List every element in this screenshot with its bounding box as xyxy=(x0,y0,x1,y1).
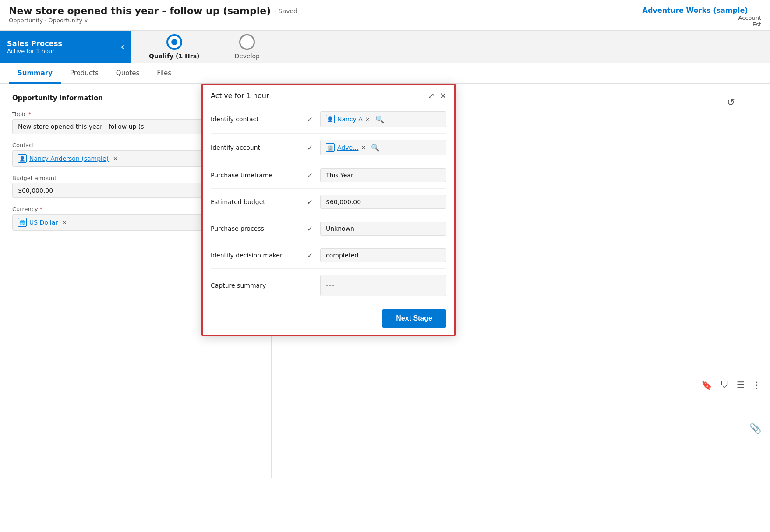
tab-quotes[interactable]: Quotes xyxy=(107,63,148,84)
flyout-row-estimated-budget: Estimated budget $60,000.00 xyxy=(211,189,446,215)
identify-account-link[interactable]: Adve... xyxy=(337,144,358,151)
main-content: Opportunity information Topic * New stor… xyxy=(0,84,770,478)
breadcrumb-chevron-down-icon: ∨ xyxy=(84,18,88,24)
flyout-footer: Next Stage xyxy=(203,302,454,335)
flyout-row-purchase-timeframe: Purchase timeframe This Year xyxy=(211,162,446,189)
flyout-value-identify-contact: 👤 Nancy A ✕ 🔍 xyxy=(320,111,446,127)
saved-label: - Saved xyxy=(274,7,297,14)
next-stage-button[interactable]: Next Stage xyxy=(382,309,446,328)
identify-contact-link[interactable]: Nancy A xyxy=(337,116,363,123)
currency-record-icon: 🌐 xyxy=(18,218,27,227)
flyout-label-identify-decision-maker: Identify decision maker xyxy=(211,252,307,259)
breadcrumb-opportunity1[interactable]: Opportunity xyxy=(9,17,43,24)
list-icon[interactable]: ☰ xyxy=(737,380,745,390)
process-stage-develop[interactable]: Develop xyxy=(234,34,260,60)
account-label: Account xyxy=(643,14,761,21)
account-est: Est xyxy=(643,21,761,28)
purchase-timeframe-value: This Year xyxy=(326,172,353,179)
process-stage-qualify[interactable]: Qualify (1 Hrs) xyxy=(149,34,199,60)
capture-summary-empty: --- xyxy=(326,282,335,289)
topic-required-indicator: * xyxy=(28,111,32,117)
tab-summary-label: Summary xyxy=(18,69,53,77)
contact-record-icon: 👤 xyxy=(18,154,27,163)
attach-icon[interactable]: 📎 xyxy=(749,423,761,434)
flyout-row-identify-account: Identify account 🏢 Adve... ✕ 🔍 xyxy=(211,134,446,162)
stage-qualify-circle xyxy=(166,34,182,50)
header-left: New store opened this year - follow up (… xyxy=(9,5,297,24)
stage-develop-circle xyxy=(239,34,255,50)
identify-contact-search-icon[interactable]: 🔍 xyxy=(375,115,384,123)
flyout-header: Active for 1 hour ⤢ ✕ xyxy=(203,85,454,105)
identify-account-record-icon: 🏢 xyxy=(326,143,335,152)
bookmark-icon[interactable]: 🔖 xyxy=(701,380,712,390)
flyout-action-buttons: ⤢ ✕ xyxy=(428,91,446,100)
attach-section: 📎 xyxy=(749,423,761,434)
tab-files[interactable]: Files xyxy=(148,63,180,84)
identify-account-search-icon[interactable]: 🔍 xyxy=(371,144,380,152)
identify-contact-value-box: 👤 Nancy A ✕ 🔍 xyxy=(320,111,446,127)
identify-decision-maker-value: completed xyxy=(326,252,358,259)
breadcrumb: Opportunity · Opportunity ∨ xyxy=(9,17,297,24)
purchase-process-value: Unknown xyxy=(326,225,354,232)
flyout-label-purchase-process: Purchase process xyxy=(211,225,307,232)
process-active-subtitle: Active for 1 hour xyxy=(7,48,62,54)
stage-qualify-inner xyxy=(171,39,177,45)
contact-remove-button[interactable]: ✕ xyxy=(113,155,118,162)
process-collapse-chevron-icon[interactable]: ‹ xyxy=(120,41,124,52)
flyout-check-identify-account xyxy=(307,144,320,152)
refresh-icon[interactable]: ↺ xyxy=(727,97,735,108)
stage-develop-label: Develop xyxy=(234,53,260,60)
identify-account-remove-button[interactable]: ✕ xyxy=(361,144,366,151)
flyout-row-identify-contact: Identify contact 👤 Nancy A ✕ 🔍 xyxy=(211,105,446,134)
filter-icon[interactable]: ⛉ xyxy=(720,380,729,390)
purchase-process-box[interactable]: Unknown xyxy=(320,222,446,236)
process-bar: Sales Process Active for 1 hour ‹ Qualif… xyxy=(0,31,770,63)
flyout-row-purchase-process: Purchase process Unknown xyxy=(211,215,446,242)
page-header: New store opened this year - follow up (… xyxy=(0,0,770,31)
process-stages: Qualify (1 Hrs) Develop xyxy=(131,34,277,60)
flyout-check-identify-decision-maker xyxy=(307,251,320,260)
breadcrumb-separator: · xyxy=(45,17,46,24)
flyout-label-identify-contact: Identify contact xyxy=(211,116,307,123)
flyout-row-identify-decision-maker: Identify decision maker completed xyxy=(211,242,446,269)
flyout-label-identify-account: Identify account xyxy=(211,144,307,151)
flyout-value-capture-summary: --- xyxy=(320,275,446,296)
flyout-label-estimated-budget: Estimated budget xyxy=(211,198,307,205)
tab-summary[interactable]: Summary xyxy=(9,63,61,84)
currency-required-indicator: * xyxy=(40,206,43,212)
currency-remove-button[interactable]: ✕ xyxy=(62,219,67,226)
identify-account-value-box: 🏢 Adve... ✕ 🔍 xyxy=(320,140,446,155)
contact-link[interactable]: Nancy Anderson (sample) xyxy=(29,155,109,162)
flyout-label-capture-summary: Capture summary xyxy=(211,282,307,289)
more-options-icon[interactable]: ⋮ xyxy=(752,380,761,390)
capture-summary-box[interactable]: --- xyxy=(320,275,446,296)
flyout-value-identify-decision-maker: completed xyxy=(320,248,446,262)
tab-quotes-label: Quotes xyxy=(116,69,139,77)
header-right: Adventure Works (sample) — Account Est xyxy=(643,5,761,28)
flyout-check-identify-contact xyxy=(307,115,320,123)
breadcrumb-opportunity2-dropdown[interactable]: Opportunity ∨ xyxy=(48,17,88,24)
account-link[interactable]: Adventure Works (sample) xyxy=(643,6,748,14)
identify-decision-maker-box[interactable]: completed xyxy=(320,248,446,262)
currency-link[interactable]: US Dollar xyxy=(29,219,58,226)
process-active-content: Sales Process Active for 1 hour xyxy=(7,39,62,54)
purchase-timeframe-box[interactable]: This Year xyxy=(320,168,446,182)
flyout-check-purchase-process xyxy=(307,225,320,233)
bottom-toolbar: 🔖 ⛉ ☰ ⋮ xyxy=(701,380,761,390)
tab-products-label: Products xyxy=(70,69,99,77)
tab-files-label: Files xyxy=(157,69,171,77)
tab-products[interactable]: Products xyxy=(61,63,107,84)
identify-contact-record-icon: 👤 xyxy=(326,115,335,123)
flyout-value-purchase-process: Unknown xyxy=(320,222,446,236)
flyout-close-icon[interactable]: ✕ xyxy=(440,91,446,100)
estimated-budget-value: $60,000.00 xyxy=(326,198,361,205)
flyout-check-purchase-timeframe xyxy=(307,171,320,180)
tabs-bar: Summary Products Quotes Files xyxy=(0,63,770,84)
flyout-value-identify-account: 🏢 Adve... ✕ 🔍 xyxy=(320,140,446,155)
flyout-panel: Active for 1 hour ⤢ ✕ Identify contact 👤… xyxy=(201,84,456,336)
estimated-budget-box[interactable]: $60,000.00 xyxy=(320,195,446,209)
identify-contact-remove-button[interactable]: ✕ xyxy=(365,116,370,123)
process-stage-active[interactable]: Sales Process Active for 1 hour ‹ xyxy=(0,31,131,63)
flyout-expand-icon[interactable]: ⤢ xyxy=(428,91,434,100)
flyout-value-estimated-budget: $60,000.00 xyxy=(320,195,446,209)
